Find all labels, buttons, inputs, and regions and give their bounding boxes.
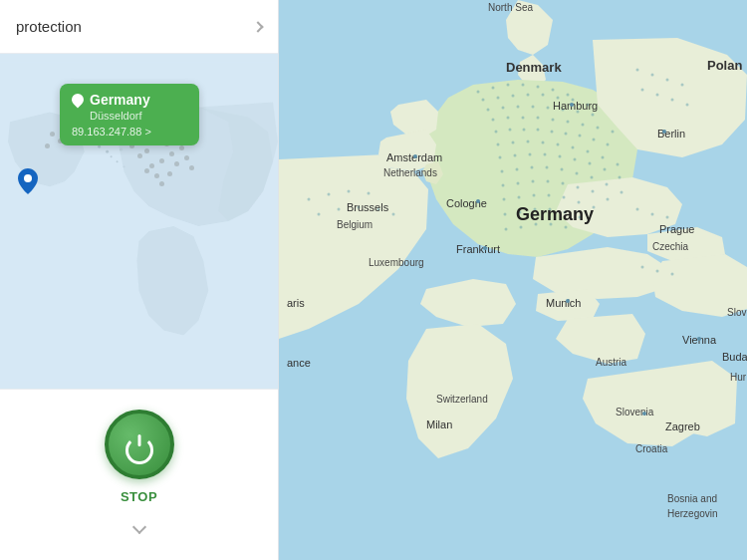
svg-point-35 — [592, 114, 595, 117]
svg-point-16 — [522, 84, 525, 87]
svg-point-47 — [523, 129, 526, 132]
svg-point-73 — [516, 168, 519, 171]
city-dot-berlin — [662, 130, 666, 134]
svg-point-72 — [501, 170, 504, 173]
svg-point-92 — [548, 194, 551, 197]
chevron-down-icon[interactable] — [131, 520, 145, 534]
svg-point-59 — [572, 146, 575, 149]
svg-point-111 — [318, 213, 321, 216]
svg-point-52 — [593, 139, 596, 141]
header-title: protection — [16, 18, 82, 35]
svg-point-39 — [537, 117, 540, 120]
svg-point-29 — [502, 107, 505, 110]
city-dot-frankfurt — [483, 246, 487, 250]
map-container: North Sea Denmark Hamburg Berlin Polan A… — [279, 0, 747, 560]
header: protection — [0, 0, 278, 54]
svg-point-99 — [549, 208, 552, 211]
svg-point-95 — [593, 206, 596, 209]
svg-point-15 — [507, 84, 510, 87]
svg-point-57 — [542, 141, 545, 144]
svg-point-56 — [527, 140, 530, 143]
svg-point-81 — [502, 184, 505, 187]
svg-point-50 — [565, 133, 568, 136]
svg-point-124 — [666, 79, 669, 82]
svg-point-63 — [499, 156, 502, 159]
svg-point-88 — [607, 198, 610, 201]
svg-point-119 — [641, 266, 644, 269]
svg-point-70 — [604, 168, 607, 171]
svg-point-10 — [24, 174, 32, 182]
svg-point-46 — [509, 129, 512, 132]
svg-point-125 — [681, 84, 684, 87]
svg-point-44 — [612, 131, 615, 134]
svg-point-22 — [512, 95, 515, 98]
svg-point-18 — [552, 89, 555, 92]
svg-point-128 — [671, 99, 674, 102]
svg-point-83 — [532, 180, 535, 183]
svg-point-69 — [589, 162, 592, 165]
bottom-chevron-area — [16, 514, 262, 540]
svg-point-41 — [567, 121, 570, 124]
svg-point-4 — [106, 150, 109, 153]
svg-point-38 — [522, 117, 525, 120]
svg-point-97 — [519, 211, 522, 214]
svg-point-27 — [587, 104, 590, 107]
svg-point-110 — [368, 192, 371, 195]
svg-point-2 — [98, 145, 101, 148]
svg-point-25 — [557, 97, 560, 100]
svg-point-60 — [587, 150, 590, 153]
svg-point-71 — [619, 176, 622, 179]
svg-point-116 — [636, 208, 639, 211]
svg-point-117 — [651, 213, 654, 216]
svg-point-17 — [537, 86, 540, 89]
svg-point-23 — [527, 94, 530, 97]
svg-point-121 — [671, 273, 674, 276]
svg-point-21 — [497, 97, 500, 100]
svg-point-32 — [547, 107, 550, 110]
svg-point-113 — [358, 206, 361, 209]
svg-point-66 — [544, 153, 547, 156]
svg-point-120 — [656, 270, 659, 273]
svg-point-20 — [482, 99, 485, 102]
svg-point-90 — [518, 196, 521, 199]
city-dot-munich — [566, 299, 570, 303]
stop-button[interactable] — [105, 410, 174, 479]
svg-point-13 — [477, 91, 480, 94]
svg-point-64 — [514, 154, 517, 157]
svg-point-77 — [576, 172, 579, 175]
mini-map: Germany Düsseldorf 89.163.247.88 > — [0, 54, 278, 389]
stop-label: STOP — [121, 489, 157, 504]
svg-point-65 — [529, 153, 532, 156]
city-dot-zagreb — [642, 412, 646, 416]
svg-point-100 — [564, 211, 567, 214]
svg-point-112 — [338, 208, 341, 211]
city-dot-vienna — [697, 337, 701, 341]
svg-point-62 — [617, 163, 620, 166]
svg-point-80 — [621, 191, 623, 194]
right-panel: North Sea Denmark Hamburg Berlin Polan A… — [279, 0, 747, 560]
svg-point-26 — [572, 99, 575, 102]
svg-point-107 — [308, 198, 311, 201]
svg-point-87 — [592, 190, 595, 193]
svg-point-31 — [532, 106, 535, 109]
svg-point-28 — [487, 109, 490, 112]
chevron-right-icon[interactable] — [252, 21, 263, 32]
svg-point-67 — [559, 155, 562, 158]
svg-point-30 — [517, 106, 520, 109]
svg-point-7 — [117, 160, 119, 162]
city-dot-hamburg — [570, 103, 574, 107]
svg-point-40 — [552, 119, 555, 122]
svg-point-106 — [565, 226, 568, 229]
svg-point-108 — [328, 193, 331, 196]
svg-point-45 — [495, 131, 498, 134]
svg-point-122 — [636, 69, 639, 72]
location-card: Germany Düsseldorf 89.163.247.88 > — [60, 84, 199, 145]
svg-point-68 — [574, 158, 577, 161]
svg-point-43 — [597, 127, 600, 130]
location-country: Germany — [90, 92, 150, 108]
svg-point-79 — [606, 183, 609, 186]
svg-point-105 — [550, 223, 553, 226]
svg-point-48 — [537, 129, 540, 132]
svg-point-33 — [562, 109, 565, 112]
svg-point-55 — [512, 141, 515, 144]
